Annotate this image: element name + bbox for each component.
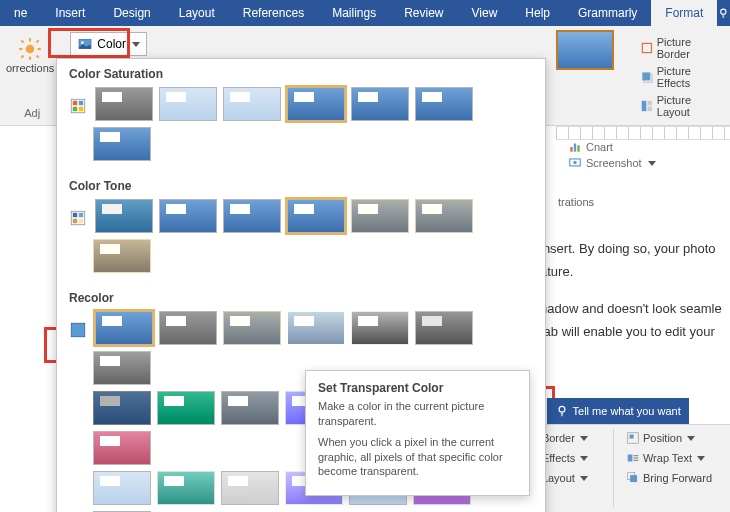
tone-thumb[interactable] [95,199,153,233]
tab-design[interactable]: Design [99,0,164,26]
svg-rect-17 [642,43,651,52]
screenshot-button[interactable]: Screenshot [568,156,656,170]
recolor-thumb[interactable] [223,311,281,345]
tooltip-title: Set Transparent Color [318,381,517,395]
recolor-thumb[interactable] [157,391,215,425]
tab-review[interactable]: Review [390,0,457,26]
svg-rect-56 [629,435,633,439]
svg-rect-57 [628,455,633,462]
tab-references[interactable]: References [229,0,318,26]
picture-styles-peek [556,30,614,70]
svg-rect-31 [73,107,78,112]
saturation-thumb[interactable] [93,127,151,161]
svg-rect-18 [642,72,650,80]
tone-thumb[interactable] [351,199,409,233]
tab-insert[interactable]: Insert [41,0,99,26]
tell-me-icon[interactable] [717,0,730,26]
tone-thumb[interactable] [159,199,217,233]
recolor-thumb[interactable] [351,311,409,345]
svg-point-27 [573,161,577,165]
tooltip-desc-2: When you click a pixel in the current gr… [318,435,517,480]
recolor-thumb[interactable] [95,311,153,345]
svg-point-0 [721,9,726,14]
svg-rect-36 [73,219,78,224]
svg-rect-38 [71,323,85,337]
color-button[interactable]: Color [70,32,147,56]
picture-style-thumb[interactable] [556,30,614,70]
tone-thumb[interactable] [93,239,151,273]
sr-wrap-text[interactable]: Wrap Text [622,449,716,467]
saturation-thumb[interactable] [351,87,409,121]
recolor-thumb[interactable] [157,471,215,505]
svg-rect-30 [79,101,84,106]
tone-thumb[interactable] [287,199,345,233]
tab-help[interactable]: Help [511,0,564,26]
recolor-preset-icon [69,321,87,339]
picture-layout-button[interactable]: Picture Layout [636,92,730,120]
caret-down-icon [132,42,140,47]
svg-line-6 [21,40,23,42]
sr-position[interactable]: Position [622,429,716,447]
recolor-thumb[interactable] [159,311,217,345]
svg-rect-20 [642,101,647,111]
tab-mailings[interactable]: Mailings [318,0,390,26]
svg-point-1 [26,45,35,54]
tone-thumb[interactable] [223,199,281,233]
saturation-heading: Color Saturation [69,67,533,81]
svg-rect-21 [647,101,652,106]
tooltip-desc-1: Make a color in the current picture tran… [318,399,517,429]
svg-rect-35 [79,213,84,218]
recolor-thumb[interactable] [93,431,151,465]
tab-grammarly[interactable]: Grammarly [564,0,651,26]
tell-me-field[interactable]: Tell me what you want [547,404,689,418]
color-button-label: Color [97,37,126,51]
corrections-label: orrections [6,62,54,74]
svg-rect-24 [574,144,576,152]
tone-heading: Color Tone [69,179,533,193]
picture-tools-peek: Picture Border Picture Effects Picture L… [636,34,730,120]
svg-point-43 [559,406,565,412]
tooltip-set-transparent: Set Transparent Color Make a color in th… [305,370,530,496]
tab-layout[interactable]: Layout [165,0,229,26]
svg-line-7 [37,56,39,58]
tab-format[interactable]: Format [651,0,717,26]
svg-point-11 [81,41,84,44]
recolor-thumb[interactable] [415,311,473,345]
svg-rect-25 [577,145,579,151]
recolor-thumb[interactable] [93,391,151,425]
recolor-thumb[interactable] [221,471,279,505]
picture-effects-button[interactable]: Picture Effects [636,63,730,91]
insert-peek: Cnart Screenshot [568,140,656,170]
recolor-thumb[interactable] [221,391,279,425]
svg-rect-32 [79,107,84,112]
tab-view[interactable]: View [458,0,512,26]
svg-rect-61 [630,475,637,482]
svg-line-8 [21,56,23,58]
saturation-preset-icon [69,97,87,115]
saturation-thumb[interactable] [95,87,153,121]
svg-rect-23 [570,147,572,152]
chart-button[interactable]: Cnart [568,140,656,154]
recolor-thumb[interactable] [93,471,151,505]
tab-home[interactable]: ne [0,0,41,26]
tone-preset-icon [69,209,87,227]
recolor-heading: Recolor [69,291,533,305]
corrections-button[interactable]: orrections [6,32,58,74]
svg-rect-22 [647,107,652,112]
adjust-group-label: Adj [6,105,58,119]
recolor-thumb[interactable] [287,311,345,345]
picture-border-button[interactable]: Picture Border [636,34,730,62]
tone-thumb[interactable] [415,199,473,233]
recolor-thumb[interactable] [93,351,151,385]
ruler [556,126,730,140]
saturation-thumb[interactable] [223,87,281,121]
saturation-thumb[interactable] [415,87,473,121]
svg-rect-29 [73,101,78,106]
svg-rect-37 [79,219,84,224]
saturation-thumb[interactable] [159,87,217,121]
saturation-thumb[interactable] [287,87,345,121]
svg-rect-34 [73,213,78,218]
illustrations-group-label: trations [558,196,594,208]
sr-bring-forward[interactable]: Bring Forward [622,469,716,487]
ribbon-tabs: ne Insert Design Layout References Maili… [0,0,730,26]
